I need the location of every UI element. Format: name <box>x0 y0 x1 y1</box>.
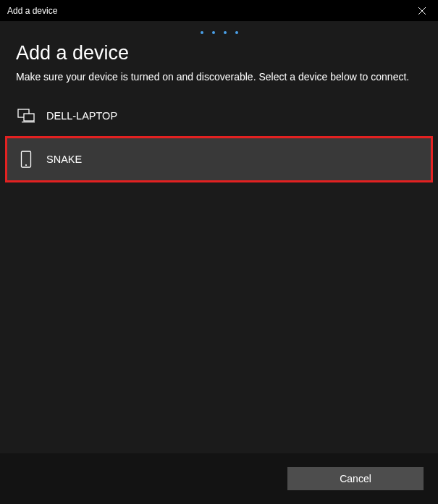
pc-icon <box>16 109 36 123</box>
dialog-content: Add a device Make sure your device is tu… <box>0 22 438 504</box>
titlebar: Add a device <box>0 0 438 22</box>
loading-indicator <box>0 22 438 30</box>
device-item-dell-laptop[interactable]: DELL-LAPTOP <box>7 98 431 134</box>
svg-rect-3 <box>24 114 34 121</box>
device-list: DELL-LAPTOP SNAKE <box>0 98 438 180</box>
page-title: Add a device <box>0 30 438 70</box>
close-icon <box>418 4 426 17</box>
device-item-snake[interactable]: SNAKE <box>7 138 431 180</box>
instruction-text: Make sure your device is turned on and d… <box>0 70 438 98</box>
phone-icon <box>16 151 36 168</box>
device-label: SNAKE <box>46 154 82 165</box>
close-button[interactable] <box>405 0 438 22</box>
window-title: Add a device <box>7 6 57 16</box>
cancel-button[interactable]: Cancel <box>287 467 424 490</box>
device-label: DELL-LAPTOP <box>46 110 117 122</box>
svg-point-6 <box>25 164 27 165</box>
dialog-footer: Cancel <box>0 453 438 504</box>
